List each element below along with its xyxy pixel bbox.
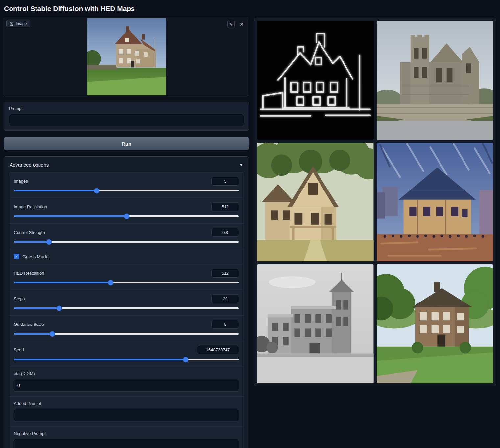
painterly-house-graphic: [377, 143, 493, 261]
slider-value-seed[interactable]: [197, 346, 239, 354]
prompt-label: Prompt: [9, 106, 244, 111]
slider-label-control-strength: Control Strength: [14, 230, 45, 235]
prompt-input[interactable]: [9, 114, 244, 126]
slider-label-images: Images: [14, 179, 28, 184]
negative-prompt-input[interactable]: [14, 439, 239, 448]
advanced-options-title: Advanced options: [10, 162, 49, 168]
run-button[interactable]: Run: [4, 137, 249, 150]
slider-value-control-strength[interactable]: [211, 228, 239, 237]
prompt-block: Prompt: [4, 102, 249, 131]
eta-label: eta (DDIM): [14, 371, 239, 376]
check-icon: ✓: [15, 254, 18, 259]
slider-row-images: Images: [9, 172, 244, 198]
image-input-label-chip: Image: [6, 20, 30, 27]
gallery-item-stone-castle[interactable]: [377, 21, 493, 140]
added-prompt-row: Added Prompt: [9, 396, 244, 426]
slider-label-image-resolution: Image Resolution: [14, 204, 47, 209]
image-icon: [10, 22, 14, 26]
chevron-down-icon: ▼: [239, 162, 243, 167]
slider-thumb[interactable]: [183, 357, 188, 362]
slider-thumb[interactable]: [46, 239, 51, 244]
main-layout: Image ✎ ✕: [4, 18, 496, 448]
stone-castle-graphic: [377, 21, 493, 140]
pencil-icon: ✎: [229, 22, 233, 27]
slider-label-steps: Steps: [14, 296, 25, 301]
guess-mode-row: ✓ Guess Mode: [9, 249, 244, 264]
advanced-options-form: Images Image Resolution: [9, 172, 244, 448]
slider-label-seed: Seed: [14, 347, 24, 352]
slider-row-seed: Seed: [9, 341, 244, 367]
eta-row: eta (DDIM): [9, 367, 244, 396]
slider-fill: [14, 282, 111, 283]
slider-thumb[interactable]: [57, 306, 61, 311]
output-column: [254, 18, 496, 386]
slider-thumb[interactable]: [124, 214, 129, 219]
added-prompt-input[interactable]: [14, 409, 239, 421]
hed-edge-map-graphic: [257, 21, 374, 140]
gallery-item-hed-edge-map[interactable]: [257, 21, 374, 140]
slider-value-hed-resolution[interactable]: [211, 269, 239, 278]
gallery-item-painterly-house[interactable]: [377, 143, 493, 261]
guess-mode-checkbox[interactable]: ✓: [14, 254, 19, 259]
edit-image-button[interactable]: ✎: [227, 21, 235, 28]
slider-fill: [14, 241, 49, 243]
slider-thumb[interactable]: [50, 331, 55, 336]
slider-fill: [14, 359, 186, 360]
image-actions: ✎ ✕: [227, 21, 245, 28]
slider-value-image-resolution[interactable]: [211, 202, 239, 211]
negative-prompt-label: Negative Prompt: [14, 431, 239, 436]
house-photo-graphic: [87, 18, 166, 95]
close-icon: ✕: [240, 21, 244, 27]
gallery-item-grayscale-building[interactable]: [257, 264, 374, 383]
result-gallery: [254, 18, 496, 386]
negative-prompt-row: Negative Prompt: [9, 426, 244, 448]
slider-row-image-resolution: Image Resolution: [9, 198, 244, 223]
slider-value-guidance-scale[interactable]: [211, 320, 239, 329]
uploaded-house-photo: [87, 18, 166, 95]
slider-row-control-strength: Control Strength: [9, 223, 244, 249]
clear-image-button[interactable]: ✕: [238, 21, 245, 28]
slider-value-steps[interactable]: [211, 294, 239, 303]
slider-fill: [14, 307, 59, 309]
advanced-options-header[interactable]: Advanced options ▼: [10, 162, 243, 168]
slider-value-images[interactable]: [211, 177, 239, 186]
slider-track-guidance-scale[interactable]: [14, 333, 239, 335]
gallery-item-victorian-house[interactable]: [257, 143, 374, 261]
slider-row-guidance-scale: Guidance Scale: [9, 315, 244, 341]
slider-track-images[interactable]: [14, 190, 239, 191]
slider-thumb[interactable]: [108, 280, 113, 285]
slider-track-image-resolution[interactable]: [14, 215, 239, 217]
gallery-item-country-house[interactable]: [377, 264, 493, 383]
victorian-house-graphic: [257, 143, 374, 261]
slider-row-steps: Steps: [9, 290, 244, 315]
slider-track-seed[interactable]: [14, 359, 239, 360]
slider-track-hed-resolution[interactable]: [14, 282, 239, 283]
guess-mode-label: Guess Mode: [22, 254, 48, 259]
page-title: Control Stable Diffusion with HED Maps: [4, 5, 496, 12]
advanced-options-accordion: Advanced options ▼ Images: [4, 156, 249, 448]
eta-input[interactable]: [14, 379, 239, 392]
slider-label-guidance-scale: Guidance Scale: [14, 322, 44, 327]
grayscale-building-graphic: [257, 264, 374, 383]
slider-fill: [14, 215, 127, 217]
slider-label-hed-resolution: HED Resolution: [14, 271, 44, 276]
image-input-label: Image: [16, 21, 27, 26]
slider-row-hed-resolution: HED Resolution: [9, 264, 244, 290]
slider-thumb[interactable]: [94, 188, 99, 193]
slider-track-steps[interactable]: [14, 307, 239, 309]
image-input-block[interactable]: Image ✎ ✕: [4, 18, 249, 96]
slider-fill: [14, 190, 97, 191]
added-prompt-label: Added Prompt: [14, 401, 239, 406]
controls-column: Image ✎ ✕: [4, 18, 249, 448]
slider-fill: [14, 333, 52, 335]
country-house-graphic: [377, 264, 493, 383]
slider-track-control-strength[interactable]: [14, 241, 239, 243]
